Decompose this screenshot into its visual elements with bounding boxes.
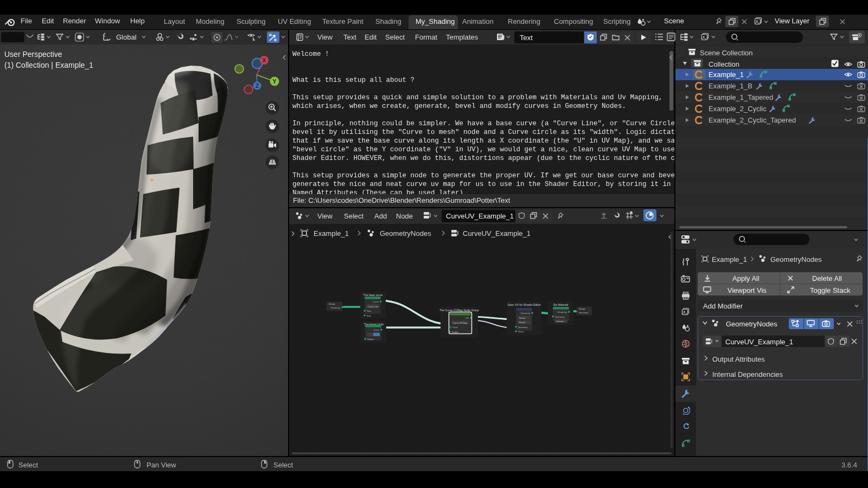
svg-text:Z: Z bbox=[256, 82, 259, 89]
svg-text:Group: Group bbox=[329, 303, 335, 305]
svg-text:The Curve UVMap Node Group: The Curve UVMap Node Group bbox=[439, 309, 479, 312]
svg-text:X: X bbox=[262, 57, 266, 63]
svg-text:Name: Name bbox=[518, 330, 524, 333]
svg-text:Geometry: Geometry bbox=[520, 312, 530, 314]
svg-text:Y: Y bbox=[272, 78, 277, 85]
svg-text:Checker: Checker bbox=[556, 320, 565, 323]
svg-text:Start: Start bbox=[367, 310, 372, 312]
svg-text:The base curve: The base curve bbox=[363, 293, 383, 297]
svg-text:End: End bbox=[367, 314, 371, 317]
svg-text:Float2: Float2 bbox=[519, 321, 526, 324]
svg-text:Geometry: Geometry bbox=[557, 311, 567, 313]
svg-text:Geometry: Geometry bbox=[555, 316, 565, 318]
svg-text:UV: UV bbox=[465, 317, 469, 319]
svg-text:Curve Line: Curve Line bbox=[368, 305, 379, 308]
svg-text:Geometry: Geometry bbox=[330, 306, 340, 309]
svg-text:Bubble: Bubble bbox=[452, 331, 459, 333]
svg-text:Radius: Radius bbox=[367, 338, 374, 341]
svg-text:Curve UV Map: Curve UV Map bbox=[453, 322, 468, 324]
svg-text:Group: Group bbox=[579, 307, 585, 310]
svg-text:Set Material: Set Material bbox=[553, 303, 569, 306]
svg-text:Curve: Curve bbox=[373, 300, 379, 303]
svg-text:Save UV for Shader Editor: Save UV for Shader Editor bbox=[507, 303, 540, 306]
svg-text:Geometry: Geometry bbox=[579, 311, 589, 314]
svg-text:Vector: Vector bbox=[519, 317, 526, 319]
svg-text:Curve: Curve bbox=[452, 326, 458, 329]
svg-text:Curve: Curve bbox=[373, 329, 379, 331]
svg-text:Geometry: Geometry bbox=[518, 326, 528, 329]
